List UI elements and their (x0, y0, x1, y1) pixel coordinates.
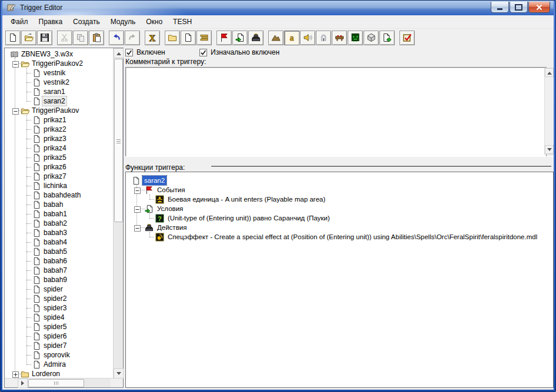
menu-item-tesh[interactable]: TESH (168, 16, 197, 28)
new-category-button[interactable] (165, 31, 180, 45)
tree-item-saran2[interactable]: saran2 (5, 96, 113, 106)
collapse-icon[interactable] (12, 61, 19, 67)
paste-button[interactable] (89, 31, 104, 45)
tree-item-babah9[interactable]: babah9 (5, 275, 113, 284)
new-trigger-button[interactable] (181, 31, 196, 45)
object-manager-button[interactable] (364, 31, 379, 45)
tree-item-babah[interactable]: babah (5, 200, 113, 209)
function-row[interactable]: Боевая единица - A unit enters (Playable… (126, 195, 553, 204)
tree-item-babah1[interactable]: babah1 (5, 209, 113, 219)
tree-item-spider[interactable]: spider (5, 284, 113, 294)
trigger-tree-panel: ZBNEW3_3.w3xTriggeriPaukov2vestnikvestni… (4, 48, 124, 388)
tree-item-spider7[interactable]: spider7 (5, 341, 113, 350)
tree-item-babah4[interactable]: babah4 (5, 237, 113, 247)
tree-item-lichinka[interactable]: lichinka (5, 181, 113, 190)
sound-editor-button[interactable] (300, 31, 315, 45)
tree-vertical-scrollbar[interactable] (113, 48, 123, 378)
minimize-button[interactable] (491, 2, 509, 13)
tree-item-prikaz5[interactable]: prikaz5 (5, 153, 113, 162)
function-row[interactable]: События (126, 185, 553, 195)
close-button[interactable] (528, 2, 550, 13)
tree-item-babah5[interactable]: babah5 (5, 247, 113, 256)
tree-item-spider3[interactable]: spider3 (5, 303, 113, 313)
horizontal-scroll-thumb[interactable] (28, 379, 84, 387)
tree-item-prikaz7[interactable]: prikaz7 (5, 172, 113, 181)
arrow-down-icon (547, 148, 552, 153)
copy-button[interactable] (73, 31, 88, 45)
tree-item-sporovik[interactable]: sporovik (5, 350, 113, 360)
tree-item-babah3[interactable]: babah3 (5, 228, 113, 237)
tree-item-spider2[interactable]: spider2 (5, 294, 113, 303)
object-editor-button[interactable] (316, 31, 331, 45)
tree-item-prikaz3[interactable]: prikaz3 (5, 134, 113, 143)
splitter-groove[interactable] (211, 166, 551, 167)
expand-icon[interactable] (12, 371, 19, 377)
initially-on-checkbox[interactable]: Изначально включен (199, 48, 279, 56)
delete-button[interactable]: X (145, 31, 160, 45)
scroll-up-button[interactable] (114, 48, 124, 58)
new-event-button[interactable] (217, 31, 232, 45)
undo-button[interactable] (109, 31, 124, 45)
new-button[interactable] (5, 31, 21, 45)
menu-item-модуль[interactable]: Модуль (105, 16, 141, 28)
import-icon (382, 33, 392, 42)
function-row[interactable]: Спецэффект - Create a special effect at … (126, 232, 553, 242)
tree-item-babahdeath[interactable]: babahdeath (5, 190, 113, 200)
tree-item-zbnew3_3-w3x[interactable]: ZBNEW3_3.w3x (5, 49, 113, 59)
trigger-comment-input[interactable] (125, 67, 547, 158)
collapse-icon[interactable] (134, 187, 141, 193)
comment-scrollbar[interactable] (544, 68, 554, 155)
menu-item-правка[interactable]: Правка (34, 16, 68, 28)
terrain-editor-button[interactable] (268, 31, 284, 45)
open-button[interactable] (21, 31, 36, 45)
collapse-icon[interactable] (134, 225, 141, 231)
tree-item-spider5[interactable]: spider5 (5, 322, 113, 331)
tree-horizontal-scrollbar[interactable] (18, 378, 111, 387)
scroll-down-button[interactable] (545, 145, 554, 154)
menu-item-создать[interactable]: Создать (68, 16, 105, 28)
trigger-editor-button[interactable]: a (284, 31, 299, 45)
collapse-icon[interactable] (134, 206, 141, 212)
new-action-button[interactable] (248, 31, 264, 45)
new-condition-button[interactable] (232, 31, 248, 45)
menu-item-окно[interactable]: Окно (141, 16, 168, 28)
maximize-button[interactable] (510, 2, 528, 13)
tree-item-prikaz1[interactable]: prikaz1 (5, 115, 113, 125)
save-button[interactable] (37, 31, 52, 45)
tree-item-label: prikaz7 (42, 172, 68, 181)
titlebar[interactable]: Trigger Editor (2, 1, 554, 15)
redo-button[interactable] (125, 31, 140, 45)
tree-item-spider6[interactable]: spider6 (5, 331, 113, 341)
enabled-checkbox[interactable]: Включен (125, 48, 165, 56)
tree-item-spide4[interactable]: spide4 (5, 313, 113, 322)
scroll-right-button[interactable] (18, 378, 28, 388)
ai-editor-button[interactable] (348, 31, 363, 45)
tree-item-prikaz2[interactable]: prikaz2 (5, 125, 113, 134)
function-row[interactable]: Действия (126, 223, 553, 232)
campaign-editor-button[interactable] (332, 31, 347, 45)
comment-functions-splitter[interactable] (124, 156, 554, 162)
tree-item-babah2[interactable]: babah2 (5, 219, 113, 228)
cut-button[interactable] (57, 31, 72, 45)
tree-item-prikaz6[interactable]: prikaz6 (5, 162, 113, 172)
tree-item-babah7[interactable]: babah7 (5, 266, 113, 275)
tree-item-label: babah6 (42, 256, 68, 266)
tree-item-saran1[interactable]: saran1 (5, 87, 113, 96)
function-row[interactable]: Условия (126, 204, 553, 213)
scroll-up-button[interactable] (545, 68, 554, 77)
collapse-icon[interactable] (12, 108, 19, 114)
toolbar-group (109, 31, 140, 45)
new-comment-button[interactable] (197, 31, 212, 45)
tree-item-admira[interactable]: Admira (5, 360, 113, 369)
tree-item-vestnik[interactable]: vestnik (5, 68, 113, 78)
scroll-down-button[interactable] (114, 368, 124, 378)
tree-item-babah6[interactable]: babah6 (5, 256, 113, 266)
test-map-button[interactable] (399, 31, 415, 45)
function-row[interactable]: saran2 (126, 176, 553, 185)
function-row[interactable]: ?(Unit-type of (Entering unit)) равно Са… (126, 213, 553, 223)
vertical-scroll-thumb[interactable] (114, 59, 123, 222)
tree-item-prikaz4[interactable]: prikaz4 (5, 143, 113, 153)
import-manager-button[interactable] (379, 31, 395, 45)
tree-item-vestnik2[interactable]: vestnik2 (5, 78, 113, 87)
menu-item-файл[interactable]: Файл (5, 16, 34, 28)
